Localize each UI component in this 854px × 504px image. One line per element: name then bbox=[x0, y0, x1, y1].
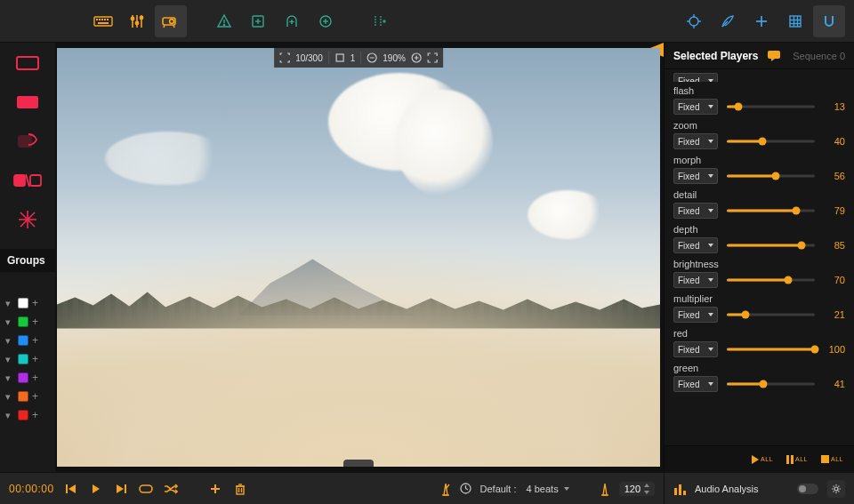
groups-list: ▾+▾+▾+▾+▾+▾+▾+ bbox=[0, 292, 55, 427]
param-slider[interactable] bbox=[727, 274, 815, 286]
group-row[interactable]: ▾+ bbox=[0, 295, 55, 311]
crosshair-icon[interactable] bbox=[678, 5, 710, 37]
group-color-swatch[interactable] bbox=[18, 298, 28, 308]
chevron-down-icon[interactable]: ▾ bbox=[5, 372, 14, 384]
param-slider[interactable] bbox=[727, 204, 815, 217]
feather-icon[interactable] bbox=[712, 5, 744, 37]
projector-icon[interactable] bbox=[155, 5, 187, 37]
metronome-icon[interactable] bbox=[440, 482, 451, 496]
split-tool-icon[interactable] bbox=[13, 171, 42, 190]
fullscreen-icon[interactable] bbox=[427, 52, 438, 63]
tempo-default-dropdown[interactable]: Default : 4 beats bbox=[480, 484, 569, 494]
bpm-field[interactable]: 120 bbox=[619, 482, 655, 496]
param-mode-dropdown[interactable]: Fixed bbox=[673, 133, 718, 149]
param-mode-dropdown[interactable]: Fixed bbox=[673, 203, 718, 219]
mixer-icon[interactable] bbox=[121, 5, 153, 37]
group-color-swatch[interactable] bbox=[18, 410, 28, 420]
chevron-down-icon[interactable]: ▾ bbox=[5, 298, 14, 309]
group-add-icon[interactable]: + bbox=[32, 410, 38, 420]
audio-settings-button[interactable] bbox=[827, 480, 845, 498]
param-mode-dropdown[interactable]: Fixed bbox=[673, 168, 718, 184]
group-add-icon[interactable]: + bbox=[32, 391, 38, 402]
param-zoom: zoomFixed40 bbox=[673, 120, 845, 149]
add-button[interactable] bbox=[207, 481, 223, 497]
zoom-out-icon[interactable] bbox=[367, 52, 377, 63]
frame-bounds-icon[interactable] bbox=[279, 52, 290, 63]
chevron-down-icon[interactable]: ▾ bbox=[5, 410, 14, 421]
crop-icon[interactable] bbox=[334, 52, 345, 63]
properties-footer: ALL ALL ALL bbox=[665, 445, 854, 472]
canvas-viewport[interactable]: 10/300 1 190% bbox=[57, 48, 660, 467]
group-color-swatch[interactable] bbox=[18, 372, 28, 383]
shuffle-button[interactable] bbox=[163, 481, 179, 497]
param-mode-dropdown[interactable]: Fixed bbox=[673, 99, 718, 115]
param-slider[interactable] bbox=[727, 308, 815, 321]
param-slider[interactable] bbox=[727, 239, 815, 252]
keyboard-icon[interactable] bbox=[87, 5, 119, 37]
plus-icon[interactable] bbox=[745, 5, 777, 37]
add-circle-icon[interactable] bbox=[310, 5, 342, 37]
param-mode-dropdown[interactable]: Fixed bbox=[673, 341, 718, 357]
param-value: 85 bbox=[824, 240, 845, 251]
chevron-down-icon[interactable]: ▾ bbox=[5, 391, 14, 403]
param-mode-dropdown[interactable]: Fixed bbox=[673, 272, 718, 288]
chat-icon[interactable] bbox=[767, 50, 781, 62]
param-mode-dropdown[interactable]: Fixed bbox=[673, 237, 718, 253]
group-add-icon[interactable]: + bbox=[32, 335, 38, 346]
magnet-icon[interactable] bbox=[813, 5, 845, 37]
param-mode-dropdown[interactable]: Fixed bbox=[673, 307, 718, 323]
add-arch-icon[interactable] bbox=[276, 5, 308, 37]
triangle-warning-icon[interactable] bbox=[208, 5, 240, 37]
audio-toggle[interactable] bbox=[797, 484, 818, 494]
delete-button[interactable] bbox=[232, 481, 248, 497]
star-align-tool-icon[interactable] bbox=[13, 210, 42, 229]
param-slider[interactable] bbox=[727, 170, 815, 182]
play-all-button[interactable]: ALL bbox=[751, 454, 773, 465]
groups-heading: Groups bbox=[0, 249, 55, 272]
group-add-icon[interactable]: + bbox=[32, 372, 38, 383]
group-color-swatch[interactable] bbox=[18, 335, 28, 346]
play-button[interactable] bbox=[88, 481, 104, 497]
sequence-label[interactable]: Sequence 0 bbox=[793, 51, 845, 61]
grid-icon[interactable] bbox=[779, 5, 811, 37]
group-row[interactable]: ▾+ bbox=[0, 388, 55, 404]
group-row[interactable]: ▾+ bbox=[0, 314, 55, 330]
metronome2-icon[interactable] bbox=[600, 482, 610, 496]
add-rectangle-icon[interactable] bbox=[242, 5, 274, 37]
rectangle-outline-tool-icon[interactable] bbox=[13, 53, 42, 73]
param-slider[interactable] bbox=[727, 100, 815, 113]
group-row[interactable]: ▾+ bbox=[0, 407, 55, 423]
group-color-swatch[interactable] bbox=[18, 316, 28, 327]
svg-point-29 bbox=[689, 17, 698, 26]
canvas-area: 10/300 1 190% bbox=[55, 43, 664, 472]
group-row[interactable]: ▾+ bbox=[0, 370, 55, 386]
audio-analysis-label: Audio Analysis bbox=[695, 484, 759, 494]
group-add-icon[interactable]: + bbox=[32, 316, 38, 327]
param-slider[interactable] bbox=[727, 135, 815, 148]
ruler-add-icon[interactable] bbox=[363, 5, 395, 37]
param-mode-dropdown[interactable]: Fixed bbox=[673, 73, 718, 82]
rectangle-fill-tool-icon[interactable] bbox=[13, 92, 42, 112]
group-color-swatch[interactable] bbox=[18, 391, 28, 402]
group-add-icon[interactable]: + bbox=[32, 298, 38, 308]
prev-button[interactable] bbox=[63, 481, 79, 497]
clock-icon[interactable] bbox=[460, 483, 471, 494]
chevron-down-icon[interactable]: ▾ bbox=[5, 354, 14, 365]
mask-tool-icon[interactable] bbox=[13, 132, 42, 151]
group-row[interactable]: ▾+ bbox=[0, 351, 55, 367]
pause-all-button[interactable]: ALL bbox=[786, 454, 808, 465]
chevron-down-icon[interactable]: ▾ bbox=[5, 316, 14, 328]
param-slider[interactable] bbox=[727, 343, 815, 356]
group-color-swatch[interactable] bbox=[18, 354, 28, 364]
canvas-drawer-handle[interactable] bbox=[343, 460, 374, 467]
param-depth: depthFixed85 bbox=[673, 224, 845, 253]
loop-button[interactable] bbox=[138, 481, 154, 497]
group-add-icon[interactable]: + bbox=[32, 354, 38, 364]
param-slider[interactable] bbox=[727, 378, 815, 390]
next-button[interactable] bbox=[113, 481, 129, 497]
chevron-down-icon[interactable]: ▾ bbox=[5, 335, 14, 347]
stop-all-button[interactable]: ALL bbox=[820, 454, 843, 464]
param-mode-dropdown[interactable]: Fixed bbox=[673, 376, 718, 392]
group-row[interactable]: ▾+ bbox=[0, 332, 55, 348]
zoom-in-icon[interactable] bbox=[411, 52, 422, 63]
